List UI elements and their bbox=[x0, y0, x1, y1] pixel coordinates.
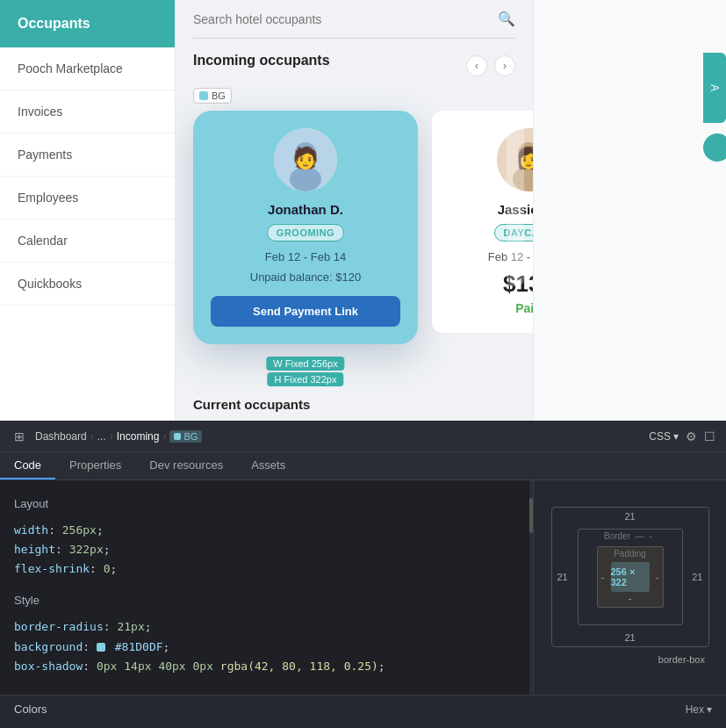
right-panel-action-btn[interactable]: A bbox=[703, 53, 726, 123]
comment-icon[interactable]: ☐ bbox=[704, 429, 715, 443]
padding-right-val: - bbox=[656, 572, 659, 582]
layout-section-title: Layout bbox=[14, 494, 519, 514]
code-line-width: width: 256px; bbox=[14, 521, 519, 540]
breadcrumb-dashboard[interactable]: Dashboard bbox=[35, 430, 87, 443]
breadcrumb-ellipsis[interactable]: ... bbox=[97, 430, 106, 443]
sidebar-item-payments[interactable]: Payments bbox=[0, 133, 175, 177]
tab-properties[interactable]: Properties bbox=[55, 452, 135, 479]
scrollbar-track[interactable] bbox=[529, 480, 533, 695]
padding-label: Padding bbox=[614, 549, 646, 559]
margin-left-val: 21 bbox=[557, 572, 568, 582]
toolbar-right: CSS ▾ ⚙ ☐ bbox=[649, 429, 715, 443]
nav-arrows: ‹ › bbox=[466, 55, 515, 76]
dimension-w: W Fixed 256px bbox=[266, 357, 344, 371]
code-line-box-shadow: box-shadow: 0px 14px 40px 0px rgba(42, 8… bbox=[14, 657, 519, 676]
code-line-border-radius: border-radius: 21px; bbox=[14, 617, 519, 637]
card-name-jonathan: Jonathan D. bbox=[268, 202, 343, 217]
search-input[interactable] bbox=[193, 12, 498, 26]
sidebar-item-quickbooks[interactable]: Quickbooks bbox=[0, 263, 175, 306]
box-model-padding: Padding - - - 256 × 322 bbox=[597, 546, 664, 608]
box-model-content: 256 × 322 bbox=[611, 562, 650, 592]
next-arrow[interactable]: › bbox=[494, 55, 515, 76]
prev-arrow[interactable]: ‹ bbox=[466, 55, 487, 76]
sidebar: Occupants Pooch Marketplace Invoices Pay… bbox=[0, 0, 176, 421]
top-area: Occupants Pooch Marketplace Invoices Pay… bbox=[0, 0, 726, 421]
bottom-content: Layout width: 256px; height: 322px; flex… bbox=[0, 480, 726, 695]
sliders-icon[interactable]: ⚙ bbox=[686, 429, 697, 443]
incoming-section-title: Incoming occupants bbox=[193, 53, 330, 68]
main-content: 🔍 Incoming occupants ‹ › BG bbox=[176, 0, 533, 421]
cards-row: 🧑 Jonathan D. GROOMING Feb 12 - Feb 14 U… bbox=[193, 111, 515, 344]
box-model-pane: 21 21 21 21 Border — - — Padding bbox=[533, 480, 726, 695]
style-section-title: Style bbox=[14, 591, 519, 610]
colors-title: Colors bbox=[14, 703, 47, 716]
bottom-toolbar: ⊞ Dashboard › ... › Incoming › BG CSS ▾ … bbox=[0, 421, 726, 452]
box-model-outer: 21 21 21 21 Border — - — Padding bbox=[551, 507, 709, 647]
current-section-title: Current occupants bbox=[193, 397, 515, 412]
right-panel: A bbox=[533, 0, 726, 421]
breadcrumb-bg[interactable]: BG bbox=[169, 430, 202, 443]
svg-text:🧑: 🧑 bbox=[292, 145, 319, 170]
card-jonathan[interactable]: 🧑 Jonathan D. GROOMING Feb 12 - Feb 14 U… bbox=[193, 111, 418, 344]
breadcrumb: Dashboard › ... › Incoming › BG bbox=[35, 430, 202, 443]
search-icon: 🔍 bbox=[498, 11, 515, 27]
css-dropdown[interactable]: CSS ▾ bbox=[649, 430, 679, 443]
hex-dropdown[interactable]: Hex ▾ bbox=[686, 703, 712, 716]
padding-left-val: - bbox=[601, 572, 605, 582]
svg-point-2 bbox=[290, 167, 321, 191]
code-pane: Layout width: 256px; height: 322px; flex… bbox=[0, 480, 533, 695]
tab-assets[interactable]: Assets bbox=[237, 452, 299, 479]
dimension-h: H Fixed 322px bbox=[268, 372, 344, 386]
border-box-label: border-box bbox=[658, 654, 705, 665]
sidebar-title: Occupants bbox=[0, 0, 175, 47]
bottom-panel: ⊞ Dashboard › ... › Incoming › BG CSS ▾ … bbox=[0, 421, 726, 728]
card-partial bbox=[507, 111, 524, 286]
tab-code[interactable]: Code bbox=[0, 452, 55, 479]
colors-section: Colors Hex ▾ bbox=[0, 695, 726, 728]
search-bar: 🔍 bbox=[193, 0, 515, 39]
margin-right-val: 21 bbox=[692, 572, 702, 582]
code-line-flex-shrink: flex-shrink: 0; bbox=[14, 559, 519, 579]
badge-jonathan: GROOMING bbox=[267, 224, 344, 241]
sidebar-item-calendar[interactable]: Calendar bbox=[0, 220, 175, 263]
colors-header: Colors Hex ▾ bbox=[14, 703, 712, 716]
tab-dev-resources[interactable]: Dev resources bbox=[135, 452, 237, 479]
breadcrumb-incoming[interactable]: Incoming bbox=[117, 430, 160, 443]
scrollbar-thumb[interactable] bbox=[529, 498, 533, 533]
card-paid-jassica: Paid bbox=[515, 301, 533, 315]
incoming-section: Incoming occupants ‹ › BG bbox=[193, 53, 515, 412]
bg-dot bbox=[199, 91, 208, 100]
sidebar-item-employees[interactable]: Employees bbox=[0, 177, 175, 220]
margin-top-val: 21 bbox=[624, 511, 635, 522]
right-circle-btn[interactable] bbox=[703, 133, 726, 162]
card-dates-jonathan: Feb 12 - Feb 14 bbox=[265, 250, 347, 263]
margin-bottom-val: 21 bbox=[624, 632, 635, 643]
avatar-jonathan: 🧑 bbox=[274, 128, 337, 191]
send-payment-btn[interactable]: Send Payment Link bbox=[211, 296, 400, 327]
card-balance-jonathan: Unpaid balance: $120 bbox=[250, 270, 362, 284]
code-line-background: background: #81D0DF; bbox=[14, 638, 519, 657]
sidebar-item-marketplace[interactable]: Pooch Marketplace bbox=[0, 47, 175, 90]
sidebar-item-invoices[interactable]: Invoices bbox=[0, 90, 175, 133]
bottom-tabs: Code Properties Dev resources Assets bbox=[0, 452, 726, 480]
toolbar-grid-icon[interactable]: ⊞ bbox=[11, 428, 28, 445]
padding-bottom-val: - bbox=[629, 593, 632, 603]
box-model-border: Border — - — Padding - - - 256 × 322 bbox=[578, 529, 683, 625]
bg-label: BG bbox=[193, 88, 232, 104]
code-line-height: height: 322px; bbox=[14, 540, 519, 559]
